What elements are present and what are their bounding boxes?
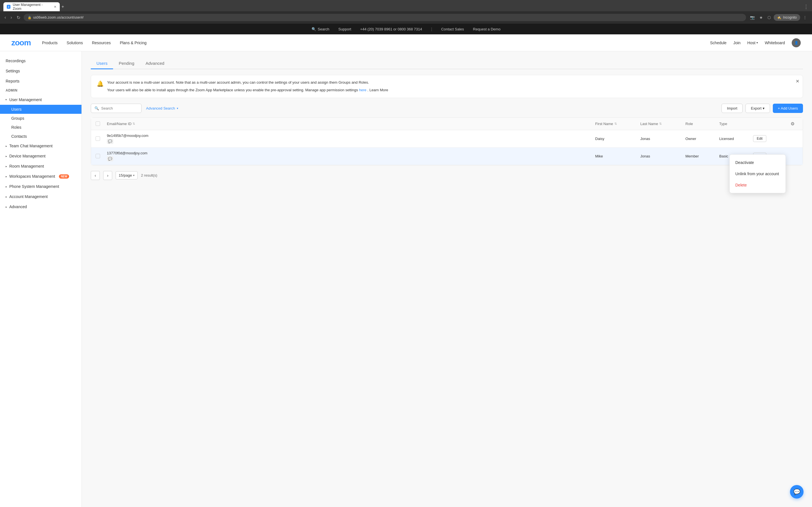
support-link[interactable]: Support xyxy=(338,27,351,31)
chevron-icon: ▸ xyxy=(5,99,8,101)
row1-email: 9e1495b7@moodjoy.com xyxy=(107,133,595,138)
row1-checkbox[interactable] xyxy=(96,136,100,141)
deactivate-menu-item[interactable]: Deactivate xyxy=(730,157,785,168)
nav-products[interactable]: Products xyxy=(42,41,57,45)
sidebar-item-reports[interactable]: Reports xyxy=(0,76,82,86)
sort-icon: ⇅ xyxy=(659,122,662,126)
search-input-wrapper[interactable]: 🔍 xyxy=(91,104,142,113)
groups-label: Groups xyxy=(11,116,24,121)
main-nav: Products Solutions Resources Plans & Pri… xyxy=(42,41,710,45)
lock-icon: 🔒 xyxy=(28,16,32,19)
tab-title: User Management - Zoom xyxy=(13,3,50,11)
banner-link[interactable]: here xyxy=(359,88,366,92)
back-btn[interactable]: ‹ xyxy=(3,14,7,21)
camera-off-btn[interactable]: 📷 xyxy=(748,14,756,21)
main-header: zoom Products Solutions Resources Plans … xyxy=(0,34,812,51)
advanced-search-btn[interactable]: Advanced Search ▾ xyxy=(145,105,179,112)
nav-whiteboard[interactable]: Whiteboard xyxy=(765,41,785,45)
workspaces-parent[interactable]: ▸ Workspaces Management NEW xyxy=(0,171,82,181)
nav-divider: | xyxy=(431,27,432,31)
export-btn[interactable]: Export ▾ xyxy=(746,104,770,113)
prev-page-btn[interactable]: ‹ xyxy=(91,171,100,180)
tab-close-btn[interactable]: ✕ xyxy=(54,5,56,9)
sidebar-item-contacts[interactable]: Contacts xyxy=(0,132,82,141)
support-widget[interactable]: 💬 xyxy=(790,485,804,499)
more-btn[interactable]: ⋮ xyxy=(801,14,809,21)
sidebar-item-settings[interactable]: Settings xyxy=(0,66,82,76)
request-demo-link[interactable]: Request a Demo xyxy=(473,27,501,31)
tab-pending[interactable]: Pending xyxy=(113,58,140,69)
nav-plans[interactable]: Plans & Pricing xyxy=(120,41,147,45)
forward-btn[interactable]: › xyxy=(9,14,13,21)
delete-menu-item[interactable]: Delete xyxy=(730,179,785,191)
row2-checkbox[interactable] xyxy=(96,154,100,158)
tab-advanced[interactable]: Advanced xyxy=(140,58,170,69)
sort-icon: ⇅ xyxy=(614,122,617,126)
incognito-label: Incognito xyxy=(783,15,797,19)
zoom-logo[interactable]: zoom xyxy=(11,38,31,47)
advanced-parent[interactable]: ▸ Advanced xyxy=(0,202,82,212)
avatar[interactable]: 👤 xyxy=(792,38,801,47)
advanced-label: Advanced xyxy=(9,205,27,209)
new-tab-btn[interactable]: + xyxy=(61,4,64,9)
nav-schedule[interactable]: Schedule xyxy=(710,41,726,45)
url-text: us06web.zoom.us/account/user#/ xyxy=(33,15,84,19)
notification-banner: 🔔 Your account is now a multi-user accou… xyxy=(91,75,803,98)
per-page-select[interactable]: 15/page ▾ xyxy=(116,171,138,179)
search-icon: 🔍 xyxy=(312,27,316,31)
incognito-icon: 🕵 xyxy=(777,15,781,19)
table-settings-icon[interactable]: ⚙ xyxy=(791,121,795,126)
row1-role: Owner xyxy=(686,136,719,141)
banner-text: Your account is now a multi-user account… xyxy=(107,80,797,93)
settings-label: Settings xyxy=(6,69,20,73)
browser-tab[interactable]: Z User Management - Zoom ✕ xyxy=(3,2,60,11)
import-btn[interactable]: Import xyxy=(721,104,743,113)
nav-resources[interactable]: Resources xyxy=(92,41,111,45)
url-bar[interactable]: 🔒 us06web.zoom.us/account/user#/ xyxy=(24,14,746,21)
top-nav-bar: 🔍 Search Support +44 (20) 7039 8961 or 0… xyxy=(0,24,812,34)
user-management-children: Users Groups Roles Contacts xyxy=(0,105,82,141)
workspaces-label: Workspaces Management xyxy=(9,174,55,179)
select-all-checkbox[interactable] xyxy=(96,121,100,126)
export-label: Export xyxy=(751,106,762,110)
dropdown-menu: Deactivate Unlink from your account Dele… xyxy=(729,154,786,193)
nav-solutions[interactable]: Solutions xyxy=(66,41,83,45)
tab-users[interactable]: Users xyxy=(91,58,113,69)
main-nav-right: Schedule Join Host ▾ Whiteboard 👤 xyxy=(710,38,801,47)
advanced-search-chevron-icon: ▾ xyxy=(177,107,178,110)
phone-system-parent[interactable]: ▸ Phone System Management xyxy=(0,181,82,191)
sidebar-item-users[interactable]: Users xyxy=(0,105,82,114)
user-management-parent[interactable]: ▸ User Management xyxy=(0,95,82,105)
browser-menu-btn[interactable]: ⋮ xyxy=(804,4,809,10)
reload-btn[interactable]: ↻ xyxy=(15,14,21,21)
row2-email: 13770f0d@moodjoy.com xyxy=(107,151,595,155)
nav-join[interactable]: Join xyxy=(733,41,741,45)
account-management-label: Account Management xyxy=(9,194,48,199)
nav-host[interactable]: Host ▾ xyxy=(748,41,758,45)
add-users-btn[interactable]: + Add Users xyxy=(773,104,803,113)
account-management-parent[interactable]: ▸ Account Management xyxy=(0,191,82,202)
tab-favicon: Z xyxy=(7,5,10,9)
search-input[interactable] xyxy=(101,106,135,110)
extensions-btn[interactable]: ⬡ xyxy=(766,14,772,21)
device-management-parent[interactable]: ▸ Device Management xyxy=(0,151,82,161)
contact-sales-link[interactable]: Contact Sales xyxy=(441,27,464,31)
last-name-col-header: Last Name ⇅ xyxy=(640,122,686,126)
row1-edit-btn[interactable]: Edit xyxy=(753,135,766,142)
chevron-icon: ▸ xyxy=(6,175,7,178)
host-chevron-icon: ▾ xyxy=(756,41,758,44)
bookmark-btn[interactable]: ★ xyxy=(758,14,765,21)
new-badge: NEW xyxy=(59,174,69,179)
next-page-btn[interactable]: › xyxy=(103,171,112,180)
sidebar-item-roles[interactable]: Roles xyxy=(0,123,82,132)
sidebar-item-groups[interactable]: Groups xyxy=(0,114,82,123)
incognito-btn[interactable]: 🕵 Incognito xyxy=(774,14,800,21)
team-chat-parent[interactable]: ▸ Team Chat Management xyxy=(0,141,82,151)
top-search-btn[interactable]: 🔍 Search xyxy=(312,27,329,31)
banner-close-btn[interactable]: ✕ xyxy=(796,78,799,84)
unlink-menu-item[interactable]: Unlink from your account xyxy=(730,168,785,179)
table-row: 13770f0d@moodjoy.com 💬 Mike Jonas Member… xyxy=(91,148,803,165)
room-management-parent[interactable]: ▸ Room Management xyxy=(0,161,82,171)
table-row: 9e1495b7@moodjoy.com 💬 Daisy Jonas Owner… xyxy=(91,130,803,148)
sidebar-item-recordings[interactable]: Recordings xyxy=(0,56,82,66)
